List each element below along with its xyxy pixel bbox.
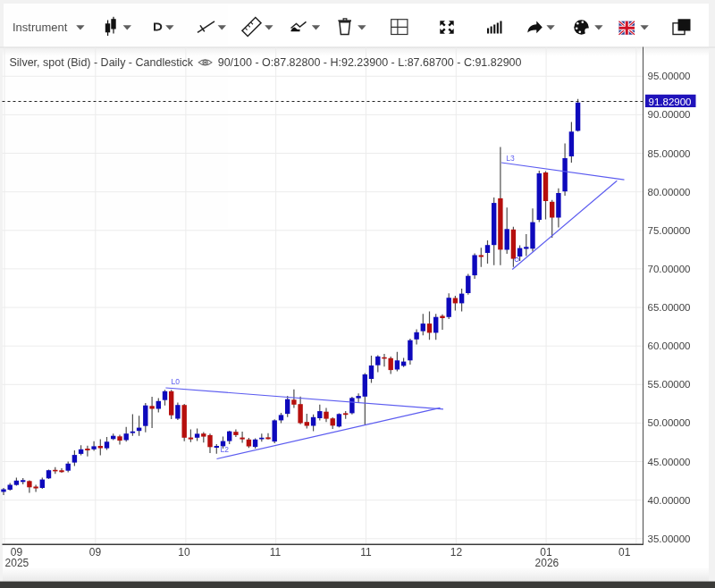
svg-text:Silver, spot (Bid) - Daily - C: Silver, spot (Bid) - Daily - Candlestick: [10, 56, 194, 69]
svg-text:10: 10: [178, 546, 190, 559]
svg-text:40.00000: 40.00000: [648, 495, 691, 506]
svg-text:45.00000: 45.00000: [648, 457, 691, 467]
svg-text:55.00000: 55.00000: [648, 379, 691, 390]
svg-text:L2: L2: [221, 445, 230, 454]
svg-text:2026: 2026: [535, 557, 559, 569]
svg-text:90.00000: 90.00000: [648, 109, 691, 120]
svg-text:50.00000: 50.00000: [648, 417, 691, 428]
svg-text:Instrument: Instrument: [13, 21, 68, 34]
svg-text:80.00000: 80.00000: [648, 187, 691, 197]
svg-text:2025: 2025: [5, 557, 29, 569]
svg-text:91.82900: 91.82900: [649, 97, 692, 107]
svg-text:90/100 - O:87.82800 - H:92.239: 90/100 - O:87.82800 - H:92.23900 - L:87.…: [218, 56, 522, 69]
svg-text:65.00000: 65.00000: [648, 302, 691, 313]
svg-text:95.00000: 95.00000: [648, 71, 691, 81]
svg-text:11: 11: [270, 546, 282, 559]
svg-text:70.00000: 70.00000: [648, 264, 691, 274]
svg-text:L3: L3: [506, 154, 515, 163]
svg-text:35.00000: 35.00000: [648, 533, 691, 544]
svg-text:12: 12: [450, 546, 463, 559]
svg-text:11: 11: [360, 546, 372, 559]
svg-text:60.00000: 60.00000: [648, 340, 691, 351]
svg-text:09: 09: [89, 546, 102, 559]
svg-text:75.00000: 75.00000: [648, 225, 691, 236]
svg-text:01: 01: [618, 546, 631, 559]
svg-text:85.00000: 85.00000: [648, 148, 691, 159]
svg-text:L0: L0: [172, 377, 181, 386]
